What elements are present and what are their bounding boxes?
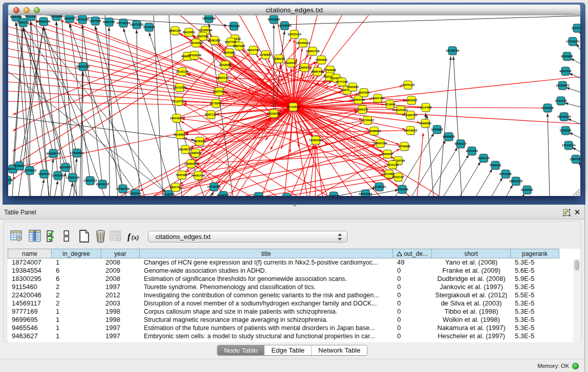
column-header-name[interactable]: name — [8, 249, 52, 258]
close-icon[interactable]: ✕ — [573, 208, 581, 216]
graph-node[interactable]: 8180328 — [208, 36, 221, 45]
graph-node[interactable]: 7955812 — [315, 56, 328, 64]
graph-node[interactable]: 12093872 — [556, 81, 570, 90]
column-header-short[interactable]: short — [432, 249, 511, 258]
graph-node[interactable]: 15720407 — [361, 116, 375, 125]
graph-node[interactable]: 8678335 — [193, 137, 206, 146]
graph-node[interactable]: 18807249 — [374, 139, 387, 148]
graph-node[interactable]: 8938923 — [443, 133, 455, 141]
graph-node[interactable]: 1733426 — [396, 185, 408, 194]
column-header-title[interactable]: title — [140, 249, 393, 258]
graph-node[interactable]: 7986372 — [356, 105, 368, 114]
table-row[interactable]: 946362711997Embryonic stem cells: a mode… — [8, 332, 580, 340]
graph-node[interactable]: 8660124 — [169, 27, 181, 35]
table-row[interactable]: 1938455462009Genome-wide association stu… — [8, 267, 580, 275]
graph-node[interactable]: 10719155 — [117, 19, 130, 28]
graph-node[interactable]: 1294273 — [38, 170, 50, 179]
column-header-out_de[interactable]: out_de... — [393, 249, 432, 258]
graph-node[interactable]: 14671355 — [130, 20, 144, 29]
column-header-pagerank[interactable]: pagerank — [511, 249, 559, 258]
graph-node[interactable]: 16961758 — [306, 47, 320, 56]
table-settings-button[interactable] — [10, 229, 24, 243]
graph-node[interactable]: 9474444 — [466, 147, 478, 156]
graph-node[interactable]: 9463627 — [405, 96, 418, 105]
delete-column-button[interactable] — [94, 229, 107, 243]
graph-node[interactable]: 10654122 — [509, 177, 523, 186]
table-row[interactable]: 1456911722003Disruption of a novel membe… — [8, 299, 580, 308]
table-select-dropdown[interactable]: citations_edges.txt — [148, 231, 347, 243]
graph-node[interactable]: 1215958 — [541, 104, 554, 113]
table-row[interactable]: 946554611997Estimation of the future num… — [8, 324, 580, 332]
graph-node[interactable]: 10653287 — [76, 15, 90, 24]
graph-node[interactable]: 1287533 — [570, 155, 580, 164]
graph-node[interactable]: 8267130 — [205, 111, 217, 119]
graph-node[interactable]: 13495794 — [404, 111, 418, 120]
graph-node[interactable]: 1113707 — [572, 24, 580, 33]
graph-node[interactable]: 7357224 — [228, 22, 240, 31]
tab-node-table[interactable]: Node Table — [217, 345, 265, 355]
graph-node[interactable]: 2522147 — [392, 173, 404, 182]
graph-node[interactable]: 19218506 — [278, 21, 292, 30]
table-vertical-scrollbar[interactable] — [573, 259, 580, 342]
graph-node[interactable]: 9245612 — [521, 186, 533, 194]
column-visibility-button[interactable] — [28, 229, 42, 243]
graph-node[interactable]: 20206576 — [47, 149, 60, 158]
table-row[interactable]: 977716911998Corpus callosum shape and si… — [8, 308, 580, 316]
graph-node[interactable]: 1569295 — [559, 126, 572, 135]
graph-node[interactable]: 9329966 — [561, 52, 573, 61]
tab-edge-table[interactable]: Edge Table — [265, 345, 312, 355]
graph-node[interactable]: 7515526 — [143, 23, 155, 32]
graph-node[interactable]: 12505135 — [66, 173, 80, 182]
function-builder-button[interactable]: f(x) — [127, 229, 141, 243]
graph-node[interactable]: 9699695 — [419, 119, 431, 128]
graph-node[interactable]: 16033809 — [202, 15, 216, 23]
network-window-titlebar[interactable]: citations_edges.txt — [8, 5, 580, 15]
graph-node[interactable]: 13325419 — [288, 30, 301, 39]
graph-node[interactable]: 2935114 — [477, 154, 490, 163]
tab-network-table[interactable]: Network Table — [312, 345, 367, 355]
resize-grip[interactable] — [573, 189, 580, 195]
graph-node[interactable]: 2867608 — [233, 42, 245, 51]
graph-node[interactable]: 1244415 — [555, 97, 567, 105]
network-canvas[interactable]: 2009314140557275154412069140616532841093… — [8, 15, 580, 196]
graph-node[interactable]: 10688609 — [367, 127, 381, 136]
graph-node[interactable]: 1640954 — [431, 125, 443, 134]
graph-node[interactable]: 8471626 — [499, 170, 512, 179]
float-window-icon[interactable] — [563, 209, 571, 216]
graph-node[interactable]: 9227342 — [559, 67, 572, 76]
graph-node[interactable]: 6879197 — [454, 140, 467, 148]
graph-node[interactable]: 9108372 — [217, 191, 229, 196]
graph-node[interactable]: 16640910 — [296, 39, 310, 48]
graph-node[interactable]: 9756928 — [398, 142, 410, 151]
graph-node[interactable]: 16648784 — [446, 47, 460, 55]
scrollbar-thumb[interactable] — [574, 260, 579, 271]
deselect-all-button[interactable] — [60, 229, 74, 243]
graph-node[interactable]: 3675685 — [223, 49, 235, 57]
graph-node[interactable]: 9975857 — [59, 163, 72, 172]
table-row[interactable]: 969969511998Structural magnetic resonanc… — [8, 316, 580, 324]
network-graph[interactable]: 2009314140557275154412069140616532841093… — [8, 15, 580, 196]
graph-node[interactable]: 9084067 — [381, 150, 394, 159]
column-header-in_degree[interactable]: in_degree — [52, 249, 101, 258]
graph-node[interactable]: 10958107 — [96, 180, 110, 189]
graph-node[interactable]: 11451941 — [51, 171, 65, 180]
table-row[interactable]: 911546021997Tourette syndrome. Phenomeno… — [8, 283, 580, 291]
graph-node[interactable]: 9186280 — [8, 176, 13, 185]
graph-node[interactable]: 1186243 — [328, 192, 340, 196]
graph-node[interactable]: 11156819 — [23, 166, 37, 175]
graph-node[interactable]: 8813054 — [268, 15, 280, 24]
split-collapse-handle[interactable] — [291, 204, 298, 207]
graph-node[interactable]: 16210643 — [557, 113, 571, 121]
graph-node[interactable]: 8912954 — [183, 28, 195, 37]
graph-node[interactable]: 12975125 — [401, 81, 415, 90]
table-row[interactable]: 2242004622012Investigating the contribut… — [8, 291, 580, 299]
table-row[interactable]: 1830029562008Estimation of significance … — [8, 275, 580, 283]
graph-node[interactable]: 621606 — [385, 100, 396, 109]
select-all-button[interactable] — [46, 229, 59, 243]
table-row[interactable]: 1872400712008Changes of HCN gene express… — [8, 258, 580, 267]
new-column-button[interactable] — [77, 229, 91, 243]
graph-node[interactable]: 19654923 — [404, 126, 418, 135]
graph-node[interactable]: 10554392 — [359, 190, 373, 196]
graph-node[interactable]: 7632621 — [489, 161, 502, 170]
graph-node[interactable]: 1292344 — [129, 189, 141, 196]
